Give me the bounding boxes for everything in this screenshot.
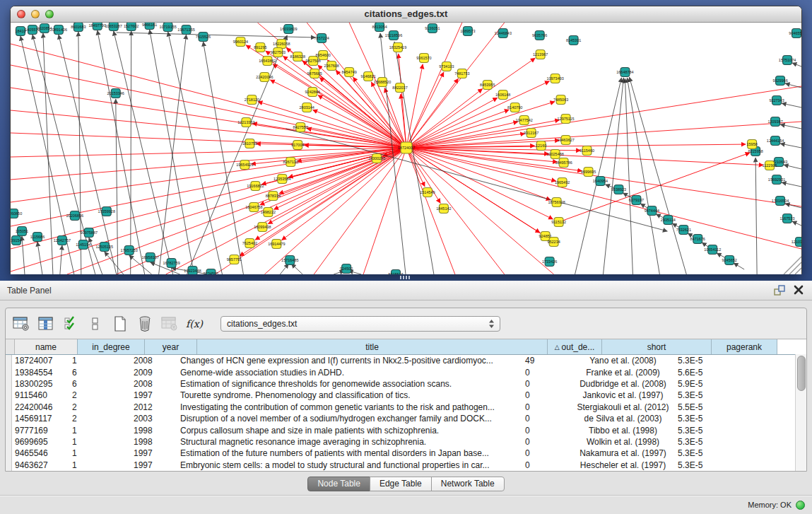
table-row[interactable]: 1938455462009Genome-wide association stu… [6, 366, 806, 378]
network-node-label: 1213967 [533, 52, 548, 57]
cell-in-degree: 1 [69, 356, 131, 366]
table-row[interactable]: 1872400712008Changes of HCN gene express… [6, 355, 806, 366]
vertical-scrollbar[interactable] [795, 354, 806, 471]
network-node-label: 9146821 [360, 74, 375, 78]
row-header-cell [6, 413, 12, 424]
network-node-label: 12160 [536, 144, 546, 148]
resize-grip[interactable] [784, 257, 801, 274]
node-table: namein_degreeyeartitle△out_de...shortpag… [6, 339, 806, 471]
black-edge [280, 264, 288, 274]
row-header-cell [6, 448, 12, 459]
column-header-name[interactable]: name [15, 339, 78, 354]
network-view[interactable]: 1841014055722020854208914068601683184977… [11, 23, 801, 274]
table-row[interactable]: 977716911998Corpus callosum shape and si… [6, 424, 806, 436]
cell-short: Dudbridge et al. (2008) [571, 379, 675, 389]
row-header-cell [6, 378, 12, 390]
column-header-out-de-[interactable]: △out_de... [548, 339, 602, 354]
row-header-cell [6, 424, 12, 436]
cell-year: 1997 [131, 390, 177, 400]
network-node-label: 7625402 [242, 241, 257, 245]
delete-table-button[interactable] [161, 315, 178, 332]
table-selector[interactable]: citations_edges.txt [220, 316, 500, 332]
network-node-label: 952234 [547, 240, 560, 244]
minimize-window-button[interactable] [31, 10, 40, 18]
table-row[interactable]: 2242004622012Investigating the contribut… [6, 402, 806, 413]
black-edge [625, 78, 632, 274]
cell-title: Genome-wide association studies in ADHD. [177, 368, 522, 378]
table-row[interactable]: 1830029562008Estimation of significance … [6, 378, 806, 390]
cell-in-degree: 2 [69, 402, 131, 412]
network-node-label: 15688520 [374, 80, 391, 84]
network-node-label: 19218596 [385, 33, 402, 37]
column-header-in-degree[interactable]: in_degree [78, 339, 145, 354]
close-panel-icon[interactable] [794, 285, 805, 296]
network-node-label: 10973493 [546, 76, 563, 81]
float-panel-icon[interactable] [774, 285, 785, 296]
cell-year: 1997 [131, 460, 177, 470]
table-row[interactable]: 911546021997Tourette syndrome. Phenomeno… [6, 390, 806, 401]
network-node-label: 16099438 [254, 225, 271, 229]
column-header-label: title [365, 342, 379, 352]
black-edge [204, 42, 244, 274]
tab-network-table[interactable]: Network Table [431, 477, 505, 491]
column-header-year[interactable]: year [145, 339, 197, 354]
table-options-button[interactable] [13, 315, 30, 332]
network-node-label: 15958 [746, 142, 757, 146]
column-header-pagerank[interactable]: pagerank [712, 339, 777, 354]
table-row[interactable]: 969969511998Structural magnetic resonanc… [6, 436, 806, 448]
network-node-label: 9466161 [142, 23, 157, 27]
red-edge [314, 148, 406, 274]
cell-name: 9463627 [12, 460, 69, 470]
cell-in-degree: 6 [69, 368, 131, 378]
zoom-window-button[interactable] [45, 10, 54, 18]
tab-edge-table[interactable]: Edge Table [370, 477, 432, 491]
column-header-title[interactable]: title [197, 339, 548, 354]
row-height-button[interactable] [87, 315, 104, 332]
network-node-label: 18497790 [89, 23, 106, 28]
red-edge [406, 23, 462, 148]
panel-splitter-handle[interactable] [400, 276, 411, 279]
red-edge [406, 98, 498, 148]
network-canvas[interactable]: 1841014055722020854208914068601683184977… [11, 23, 801, 274]
cell-in-degree: 1 [69, 448, 131, 458]
new-column-button[interactable] [112, 315, 129, 332]
network-node-label: 9734103 [439, 64, 454, 69]
show-columns-button[interactable] [62, 315, 79, 332]
black-edge [291, 264, 302, 274]
network-node-label: 15716485 [281, 258, 298, 262]
black-edge [792, 221, 801, 226]
network-node-label: 9312167 [524, 131, 539, 135]
black-edge [78, 32, 81, 274]
function-builder-button[interactable]: f(x) [186, 315, 203, 332]
network-node-label: 1640954 [593, 179, 608, 183]
selector-stepper-icon [486, 319, 497, 329]
network-node-label: 9538923 [611, 187, 626, 192]
network-node-label: 8471676 [690, 237, 705, 241]
cell-pagerank: 5.3E-5 [675, 448, 735, 458]
table-row[interactable]: 1456911722003Disruption of a novel membe… [6, 413, 806, 424]
network-node-label: 9046554 [789, 31, 801, 35]
cell-title: Estimation of the future numbers of pati… [177, 448, 522, 458]
table-row[interactable]: 946362711997Embryonic stem cells: a mode… [6, 460, 806, 471]
delete-column-button[interactable] [136, 315, 153, 332]
close-window-button[interactable] [17, 10, 25, 18]
table-type-tabs: Node TableEdge TableNetwork Table [0, 474, 812, 493]
tab-node-table[interactable]: Node Table [307, 477, 370, 491]
network-window-titlebar[interactable]: citations_edges.txt [11, 6, 801, 23]
black-edge [782, 103, 801, 107]
network-node-label: 6379197 [629, 198, 644, 202]
network-node-label: 1606148 [495, 93, 510, 97]
cell-out-de-: 0 [522, 437, 571, 447]
memory-status-icon[interactable] [796, 501, 805, 510]
black-edge [780, 124, 801, 129]
cell-short: Stergiakouli et al. (2012) [571, 402, 675, 412]
red-edge [406, 86, 801, 148]
scrollbar-thumb[interactable] [797, 356, 806, 391]
select-columns-button[interactable] [37, 315, 54, 332]
network-node-label: 9875685 [307, 71, 322, 76]
row-header-cell [6, 402, 12, 413]
column-header-short[interactable]: short [602, 339, 712, 354]
table-row[interactable]: 946554611997Estimation of the future num… [6, 448, 806, 459]
network-node-label: 7481753 [454, 71, 469, 76]
black-edge [114, 31, 173, 274]
